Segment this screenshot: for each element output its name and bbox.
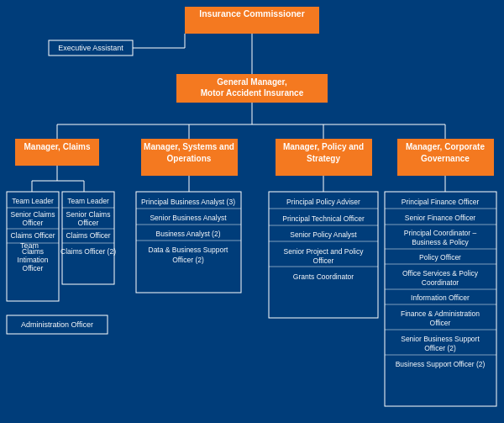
corp-item1: Principal Finance Officer: [402, 198, 480, 206]
manager-claims-label: Manager, Claims: [24, 142, 91, 151]
claims-col1-item2b: Officer: [23, 219, 44, 227]
policy-item3: Senior Policy Analyst: [290, 230, 357, 239]
policy-item4b: Officer: [313, 256, 334, 265]
claims-col1-item1: Team Leader: [12, 197, 54, 205]
corp-item7b: Officer: [430, 319, 451, 327]
manager-systems-label2: Operations: [167, 154, 212, 163]
manager-policy-label2: Strategy: [307, 154, 340, 163]
claims-col1-item4b: Intimation: [18, 256, 49, 264]
executive-assistant-label: Executive Assistant: [58, 44, 123, 52]
claims-col2-item2b: Officer: [78, 219, 99, 227]
systems-item3: Business Analyst (2): [155, 230, 220, 238]
claims-col1-item3: Claims Officer: [10, 231, 55, 240]
policy-item4: Senior Project and Policy: [284, 247, 365, 256]
corp-item8: Senior Business Support: [401, 335, 480, 343]
corp-item5: Office Services & Policy: [402, 269, 479, 278]
claims-col2-item3: Claims Officer: [66, 231, 110, 240]
svg-rect-29: [136, 192, 241, 293]
policy-item2: Principal Technical Officer: [282, 214, 365, 223]
claims-col2-item4: Claims Officer (2): [60, 247, 116, 256]
corp-item3: Principal Coordinator –: [404, 229, 477, 237]
corp-item2: Senior Finance Officer: [405, 214, 476, 222]
manager-systems-label: Manager, Systems and: [144, 142, 234, 151]
manager-corporate-label: Manager, Corporate: [406, 142, 485, 151]
corp-item6: Information Officer: [411, 293, 470, 302]
systems-item4: Data & Business Support: [149, 246, 229, 254]
claims-col1-item2: Senior Claims: [11, 210, 55, 219]
corp-item9: Business Support Officer (2): [396, 360, 486, 368]
general-manager-label2: Motor Accident Insurance: [201, 88, 304, 98]
team-label: Team: [20, 241, 39, 250]
manager-corporate-label2: Governance: [421, 154, 470, 163]
policy-item1: Principal Policy Adviser: [286, 198, 360, 206]
policy-item5: Grants Coordinator: [293, 272, 354, 281]
insurance-commissioner-label: Insurance Commissioner: [199, 8, 304, 19]
admin-officer-label: Administration Officer: [21, 320, 93, 329]
general-manager-label: General Manager,: [217, 77, 287, 87]
manager-policy-label: Manager, Policy and: [283, 142, 364, 151]
systems-item1: Principal Business Analyst (3): [141, 198, 235, 206]
systems-item4b: Officer (2): [172, 256, 204, 264]
corp-item4: Policy Officer: [419, 253, 461, 262]
claims-col2-item1: Team Leader: [67, 197, 109, 205]
claims-col2-item2: Senior Claims: [66, 210, 111, 219]
org-chart: Insurance Commissioner Executive Assista…: [0, 0, 504, 423]
corp-item3b: Business & Policy: [412, 238, 469, 246]
claims-col1-item4c: Officer: [23, 264, 44, 272]
corp-item7: Finance & Administration: [401, 309, 480, 318]
corp-item8b: Officer (2): [424, 344, 456, 352]
systems-item2: Senior Business Analyst: [150, 214, 227, 222]
corp-item5b: Coordinator: [422, 278, 459, 287]
